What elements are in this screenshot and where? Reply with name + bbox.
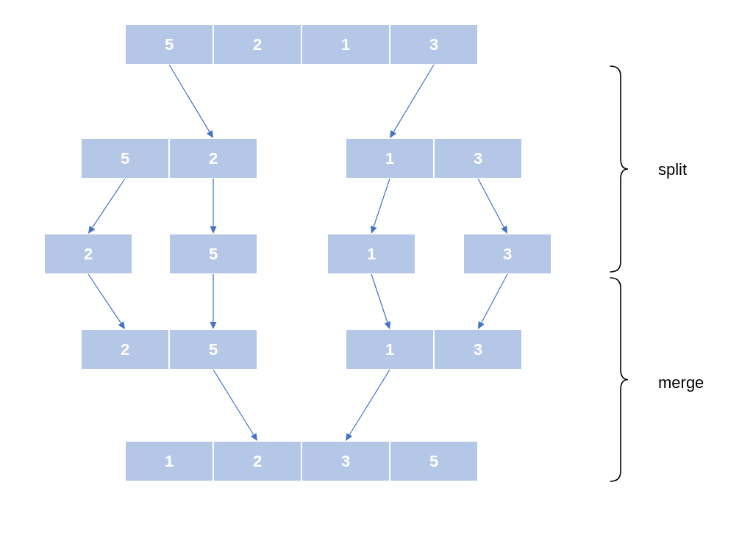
cell-l2.1.0: 5 [169, 234, 257, 274]
arrow-head-10 [251, 433, 257, 441]
brace-1 [610, 278, 628, 481]
cell-l0.0.0: 5 [125, 24, 213, 65]
cell-l2.3.0: 3 [463, 234, 552, 274]
arrow-4 [374, 179, 390, 227]
arrow-head-8 [385, 321, 391, 329]
cell-l2.2.0: 1 [327, 234, 415, 274]
cell-l1.1.0: 1 [346, 138, 434, 179]
cell-l3.0.0: 2 [81, 329, 169, 370]
cell-l4.0.0: 1 [125, 441, 213, 481]
phase-label-merge: merge [658, 373, 704, 392]
arrow-5 [478, 179, 504, 227]
arrow-head-5 [501, 226, 507, 234]
arrow-head-4 [371, 226, 377, 234]
cell-l1.0.0: 5 [81, 138, 169, 179]
cell-l3.0.1: 5 [169, 329, 257, 370]
arrow-0 [393, 65, 434, 132]
arrow-head-2 [88, 226, 95, 234]
cell-l4.0.3: 5 [390, 441, 478, 481]
cell-l0.0.2: 1 [301, 24, 390, 65]
arrow-2 [93, 179, 125, 228]
brace-0 [610, 66, 628, 272]
arrow-8 [371, 274, 388, 323]
arrow-head-7 [210, 322, 217, 329]
cell-l1.0.1: 2 [169, 138, 257, 179]
arrow-head-6 [118, 321, 125, 329]
arrow-1 [169, 65, 210, 132]
arrow-head-9 [478, 321, 485, 329]
mergesort-diagram: 52135213251325131235splitmerge [0, 0, 753, 560]
arrow-11 [349, 370, 390, 434]
arrow-head-0 [390, 130, 396, 138]
cell-l4.0.2: 3 [301, 441, 390, 481]
cell-l3.1.1: 3 [434, 329, 522, 370]
arrow-head-3 [210, 226, 217, 234]
cell-l0.0.3: 3 [390, 24, 478, 65]
arrow-6 [88, 274, 121, 323]
arrow-head-11 [346, 433, 352, 441]
cell-l1.1.1: 3 [434, 138, 522, 179]
arrow-10 [213, 370, 254, 434]
cell-l4.0.1: 2 [213, 441, 301, 481]
arrow-9 [482, 274, 507, 323]
arrow-head-1 [207, 130, 213, 138]
phase-label-split: split [658, 160, 687, 179]
cell-l3.1.0: 1 [346, 329, 434, 370]
cell-l0.0.1: 2 [213, 24, 301, 65]
cell-l2.0.0: 2 [44, 234, 132, 274]
